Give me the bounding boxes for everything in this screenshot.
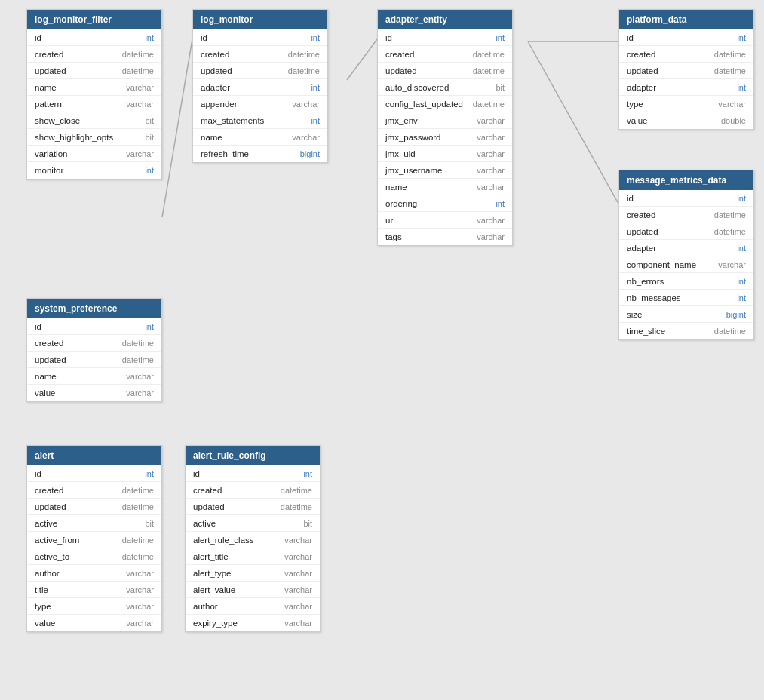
- table-row: patternvarchar: [27, 96, 161, 112]
- field-name: url: [385, 216, 395, 225]
- table-row: refresh_timebigint: [193, 146, 327, 162]
- table-row: max_statementsint: [193, 112, 327, 129]
- field-type: int: [737, 33, 746, 42]
- field-type: int: [737, 277, 746, 286]
- field-name: updated: [201, 66, 232, 75]
- field-name: active: [35, 519, 57, 528]
- field-name: updated: [385, 66, 417, 75]
- field-name: alert_title: [193, 552, 229, 561]
- field-name: adapter: [627, 244, 656, 253]
- table-row: titlevarchar: [27, 582, 161, 598]
- field-type: datetime: [122, 536, 154, 545]
- table-row: valuevarchar: [27, 385, 161, 401]
- table-row: valuevarchar: [27, 615, 161, 631]
- field-name: jmx_username: [385, 166, 442, 175]
- field-name: active_to: [35, 552, 69, 561]
- field-type: datetime: [122, 502, 154, 511]
- field-type: varchar: [126, 83, 154, 92]
- table-row: adapterint: [619, 240, 753, 256]
- table-row: createddatetime: [186, 482, 320, 499]
- field-type: int: [311, 116, 320, 125]
- table-row: authorvarchar: [186, 598, 320, 615]
- table-row: createddatetime: [193, 46, 327, 63]
- field-name: tags: [385, 232, 402, 241]
- field-type: datetime: [473, 50, 505, 59]
- field-type: int: [496, 33, 505, 42]
- table-row: updateddatetime: [27, 63, 161, 79]
- field-type: bigint: [300, 149, 320, 158]
- field-type: int: [737, 293, 746, 302]
- table-row: active_todatetime: [27, 548, 161, 565]
- field-name: created: [627, 50, 655, 59]
- table-row: expiry_typevarchar: [186, 615, 320, 631]
- field-type: varchar: [292, 100, 320, 109]
- field-type: datetime: [122, 355, 154, 364]
- field-name: id: [627, 33, 634, 42]
- field-type: datetime: [714, 327, 746, 336]
- field-type: datetime: [281, 486, 312, 495]
- field-type: int: [737, 194, 746, 203]
- field-type: varchar: [284, 569, 312, 578]
- field-name: updated: [193, 502, 225, 511]
- field-name: name: [35, 83, 57, 92]
- field-type: datetime: [714, 210, 746, 220]
- field-name: created: [35, 339, 63, 348]
- field-name: jmx_uid: [385, 149, 416, 158]
- field-name: size: [627, 310, 642, 319]
- table-row: variationvarchar: [27, 146, 161, 162]
- field-type: varchar: [126, 149, 154, 158]
- field-type: datetime: [473, 66, 505, 75]
- table-row: active_fromdatetime: [27, 532, 161, 548]
- table-header-log_monitor: log_monitor: [193, 10, 327, 29]
- field-name: updated: [627, 227, 658, 236]
- table-row: typevarchar: [27, 598, 161, 615]
- table-row: namevarchar: [27, 368, 161, 385]
- field-name: updated: [35, 502, 66, 511]
- table-row: appendervarchar: [193, 96, 327, 112]
- table-row: alert_rule_classvarchar: [186, 532, 320, 548]
- field-type: varchar: [126, 372, 154, 381]
- field-type: varchar: [477, 216, 505, 225]
- field-type: int: [311, 33, 320, 42]
- table-row: adapterint: [619, 79, 753, 96]
- table-row: jmx_usernamevarchar: [378, 162, 512, 179]
- field-name: expiry_type: [193, 619, 238, 628]
- table-row: time_slicedatetime: [619, 323, 753, 339]
- field-name: type: [627, 100, 643, 109]
- field-name: type: [35, 602, 51, 611]
- field-name: created: [193, 486, 222, 495]
- field-name: pattern: [35, 100, 62, 109]
- field-name: max_statements: [201, 116, 264, 125]
- field-name: created: [627, 210, 655, 220]
- svg-line-0: [162, 39, 192, 217]
- table-row: jmx_passwordvarchar: [378, 129, 512, 146]
- field-name: value: [627, 116, 648, 125]
- field-name: alert_rule_class: [193, 536, 254, 545]
- field-name: refresh_time: [201, 149, 249, 158]
- table-log_monitor_filter: log_monitor_filteridintcreateddatetimeup…: [26, 9, 162, 180]
- field-type: varchar: [718, 100, 746, 109]
- field-name: auto_discovered: [385, 83, 449, 92]
- field-type: bit: [496, 83, 505, 92]
- field-type: datetime: [281, 502, 312, 511]
- field-name: id: [201, 33, 207, 42]
- field-name: updated: [35, 355, 66, 364]
- table-row: namevarchar: [27, 79, 161, 96]
- field-type: int: [311, 83, 320, 92]
- field-name: show_highlight_opts: [35, 133, 113, 142]
- field-name: active: [193, 519, 216, 528]
- table-row: namevarchar: [193, 129, 327, 146]
- field-name: config_last_updated: [385, 100, 463, 109]
- table-log_monitor: log_monitoridintcreateddatetimeupdatedda…: [192, 9, 328, 163]
- table-header-message_metrics_data: message_metrics_data: [619, 170, 753, 190]
- table-row: updateddatetime: [27, 499, 161, 515]
- table-header-alert: alert: [27, 446, 161, 465]
- table-row: config_last_updateddatetime: [378, 96, 512, 112]
- field-name: value: [35, 388, 56, 398]
- field-name: alert_type: [193, 569, 232, 578]
- field-name: variation: [35, 149, 67, 158]
- table-row: nb_messagesint: [619, 290, 753, 306]
- svg-line-3: [528, 41, 618, 204]
- field-type: varchar: [477, 166, 505, 175]
- field-name: created: [201, 50, 229, 59]
